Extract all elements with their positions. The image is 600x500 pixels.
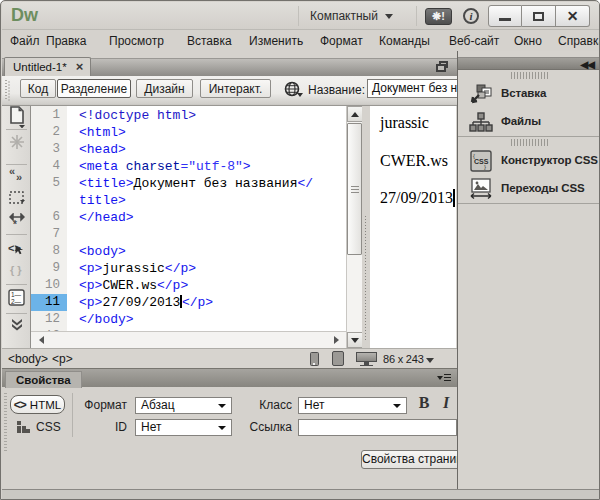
minimize-icon [499,18,511,21]
close-button[interactable]: ✕ [556,5,590,27]
dreamweaver-window: Dw Компактный ❋! i ✕ ФайлПравкаПросмотрВ… [0,0,600,500]
arrow-right-icon [334,336,339,344]
code-editor[interactable]: <!doctype html><html><head><meta charset… [67,106,346,331]
bold-button[interactable]: B [414,394,434,413]
link-input[interactable] [298,419,457,436]
design-paragraph[interactable]: CWER.ws [380,151,456,170]
design-paragraph[interactable]: 27/09/2013 [380,188,456,207]
coding-toolbar: «»*<>{ }1—2— [2,106,31,348]
view-button-дизайн[interactable]: Дизайн [136,79,193,98]
code-line: </head> [67,209,346,226]
collapse-full-tag-icon[interactable] [2,134,31,150]
desktop-size-icon[interactable] [356,352,377,366]
restore-windows-icon[interactable] [436,61,449,72]
view-button-интеракт.[interactable]: Интеракт. [200,79,271,98]
scroll-left-button[interactable] [33,332,49,348]
window-size-dropdown-arrow[interactable] [426,358,434,363]
code-vertical-scrollbar[interactable] [346,106,362,348]
panel-button-insert[interactable]: Вставка [458,80,600,108]
line-number: 4 [31,158,67,175]
tag-selector-item[interactable]: <p> [52,352,73,366]
tag-selector-item[interactable]: <body> [8,352,48,366]
info-icon[interactable]: i [463,8,479,24]
collapse-selection-icon[interactable]: «» [2,167,31,183]
menu-вставка[interactable]: Вставка [187,34,232,48]
panel-gripper[interactable] [511,72,549,79]
panel-dock: ◀◀ ВставкаФайлы{CSS}Конструктор CSSПерех… [457,51,600,489]
html-mode-label: HTML [30,399,61,411]
panel-button-label: Файлы [501,115,541,127]
workspace-switcher[interactable]: Компактный [310,9,393,23]
panel-button-files[interactable]: Файлы [458,108,600,136]
document-tab[interactable]: Untitled-1* × [4,57,91,76]
line-numbers-icon[interactable]: 1—2— [2,289,31,307]
view-button-разделение[interactable]: Разделение [57,79,131,98]
design-view[interactable]: jurassicCWER.ws27/09/2013 [370,106,456,348]
menu-правка[interactable]: Правка [46,34,87,48]
maximize-icon [533,12,544,21]
properties-panel: Свойства <> HTML CSS Формат Абзац Класс … [2,368,457,489]
minimize-button[interactable] [488,5,522,27]
panel-menu-icon[interactable] [437,373,451,383]
scroll-up-button[interactable] [347,106,363,122]
document-title-input[interactable]: Документ без названия [367,79,458,98]
line-number: 6 [31,209,67,226]
tag-selector[interactable]: <body><p> [8,352,77,366]
window-size-value[interactable]: 86 x 243 [383,353,424,365]
view-button-код[interactable]: Код [20,79,56,98]
menu-просмотр[interactable]: Просмотр [109,34,164,48]
menu-справка[interactable]: Справка [558,34,600,48]
design-paragraph[interactable]: jurassic [380,113,456,132]
menu-формат[interactable]: Формат [320,34,363,48]
panel-button-css-designer[interactable]: {CSS}Конструктор CSS [458,147,600,175]
code-line: <p>jurassic</p> [67,260,346,277]
menu-изменить[interactable]: Изменить [249,34,303,48]
expand-all-icon[interactable] [2,191,31,205]
menu-веб-сайт[interactable]: Веб-сайт [449,34,499,48]
mobile-size-icon[interactable] [310,352,319,366]
document-toolbar: КодРазделениеДизайнИнтеракт. Название: Д… [2,76,457,106]
html-mode-button[interactable]: <> HTML [10,395,65,414]
code-horizontal-scrollbar[interactable] [31,331,346,348]
scrollbar-thumb[interactable] [347,123,362,255]
tablet-size-icon[interactable] [332,351,344,366]
svg-text:«: « [9,167,15,177]
braces-icon[interactable]: { } [2,263,31,277]
select-parent-tag-icon[interactable]: * [2,213,31,229]
status-bar: <body><p> 86 x 243 [2,348,457,368]
panel-button-label: Конструктор CSS [501,154,598,166]
line-number: 7 [31,226,67,243]
menu-окно[interactable]: Окно [514,34,542,48]
workspace-label: Компактный [310,9,378,23]
format-value: Абзац [141,398,175,412]
italic-button[interactable]: I [438,394,454,413]
class-dropdown[interactable]: Нет [298,397,407,414]
collapse-panels-icon[interactable]: ◀◀ [581,59,594,70]
menu-файл[interactable]: Файл [10,34,40,48]
balance-braces-icon[interactable]: <> [2,241,31,259]
properties-tab[interactable]: Свойства [5,371,82,388]
panel-button-css-transitions[interactable]: Переходы CSS [458,175,600,203]
menu-команды[interactable]: Команды [379,34,430,48]
more-options-icon[interactable] [2,319,31,331]
scroll-right-button[interactable] [328,332,344,348]
toolbar-gripper[interactable] [5,80,10,101]
code-line: <p>27/09/2013</p> [67,294,346,311]
split-view-divider[interactable] [362,106,370,348]
maximize-button[interactable] [522,5,556,27]
open-documents-icon[interactable] [2,106,31,128]
css-mode-button[interactable]: CSS [17,419,65,435]
tab-close-icon[interactable]: × [76,62,84,72]
properties-gripper [4,393,7,451]
scroll-down-button[interactable] [347,332,363,348]
code-gutter: 12345678910111213 [31,106,67,331]
line-number [31,192,67,209]
dropdown-arrow-icon [218,426,226,430]
line-number: 9 [31,260,67,277]
cs-live-button[interactable]: ❋! [425,8,452,25]
panel-gripper[interactable] [511,139,549,146]
format-dropdown[interactable]: Абзац [135,397,232,414]
css-transitions-icon [469,178,493,200]
id-dropdown[interactable]: Нет [135,419,232,436]
id-label: ID [62,420,127,434]
